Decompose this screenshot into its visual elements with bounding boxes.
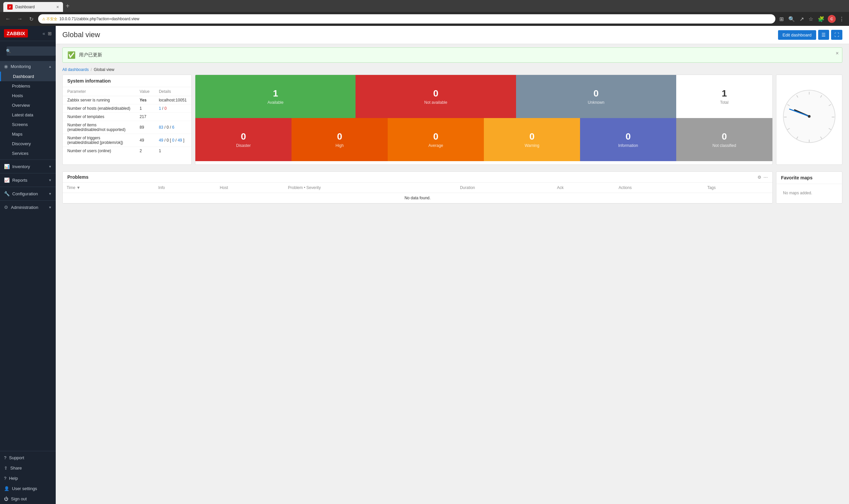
avail-available[interactable]: 1 Available <box>195 75 356 118</box>
avail-not-available[interactable]: 0 Not available <box>356 75 516 118</box>
address-bar[interactable]: ⚠ 不安全 10.0.0.71/zabbix.php?action=dashbo… <box>38 14 775 23</box>
new-tab-button[interactable]: + <box>66 2 70 10</box>
avail-average[interactable]: 0 Average <box>388 118 484 161</box>
col-host[interactable]: Host <box>216 183 284 193</box>
col-ack[interactable]: Ack <box>553 183 615 193</box>
problems-more-icon[interactable]: ⋯ <box>763 175 768 180</box>
avail-warning[interactable]: 0 Warning <box>484 118 580 161</box>
col-time[interactable]: Time ▼ <box>63 183 154 193</box>
table-row: Zabbix server is running Yes localhost:1… <box>63 96 191 105</box>
separator: / <box>162 106 164 111</box>
translate-icon[interactable]: ⊞ <box>778 15 785 23</box>
col-tags[interactable]: Tags <box>703 183 772 193</box>
breadcrumb-parent-link[interactable]: All dashboards <box>62 67 89 72</box>
notification-close-button[interactable]: × <box>836 50 839 56</box>
col-problem-severity[interactable]: Problem • Severity <box>284 183 456 193</box>
avail-total-count: 1 <box>722 88 727 99</box>
monitoring-icon: ◉ <box>4 64 8 69</box>
sidebar-item-maps[interactable]: Maps <box>0 129 56 139</box>
avail-warning-count: 0 <box>529 131 535 142</box>
sidebar-section-configuration-header[interactable]: 🔧 Configuration ▼ <box>0 188 56 199</box>
avail-warning-label: Warning <box>525 143 539 148</box>
enabled-link[interactable]: 1 <box>159 106 161 111</box>
notification-banner: ✅ 用户已更新 × <box>62 48 842 63</box>
sidebar-section-monitoring-header[interactable]: ◉ Monitoring ▲ <box>0 61 56 72</box>
page-title: Global view <box>62 31 100 39</box>
problems-gear-icon[interactable]: ⚙ <box>757 175 761 180</box>
share-icon[interactable]: ↗ <box>798 15 805 23</box>
back-button[interactable]: ← <box>3 15 13 23</box>
sidebar-section-administration: ⚙ Administration ▼ <box>0 202 56 213</box>
browser-toolbar-icons: ⊞ 🔍 ↗ ☆ 🧩 C ⋮ <box>778 15 846 23</box>
sign-out-icon: ⏻ <box>4 497 8 501</box>
widget-problems-title: Problems <box>67 175 89 180</box>
avail-disaster[interactable]: 0 Disaster <box>195 118 291 161</box>
forward-button[interactable]: → <box>15 15 24 23</box>
triggers-enabled[interactable]: 49 <box>159 138 163 143</box>
user-avatar[interactable]: C <box>828 15 836 23</box>
table-row: Number of users (online) 2 1 <box>63 147 191 155</box>
tab-title: Dashboard <box>15 5 35 9</box>
sidebar-item-discovery[interactable]: Discovery <box>0 139 56 148</box>
avail-not-classified[interactable]: 0 Not classified <box>676 118 772 161</box>
administration-icon: ⚙ <box>4 204 8 210</box>
param-cell: Number of templates <box>63 113 135 121</box>
sidebar-share[interactable]: ⇧ Share <box>0 463 56 473</box>
table-row: Number of triggers (enabled/disabled [pr… <box>63 134 191 147</box>
sidebar-item-latest-data[interactable]: Latest data <box>0 110 56 120</box>
col-actions[interactable]: Actions <box>615 183 703 193</box>
avail-row2: 0 Disaster 0 High 0 Average 0 <box>195 118 772 161</box>
items-enabled[interactable]: 83 <box>159 125 163 130</box>
main-content: Global view Edit dashboard ☰ ⛶ ✅ 用户已更新 ×… <box>56 26 849 504</box>
sidebar-search-input[interactable] <box>7 47 56 56</box>
refresh-button[interactable]: ↻ <box>27 15 35 23</box>
tick-2 <box>828 104 831 106</box>
dashboard-grid: System information Parameter Value Detai… <box>56 75 849 172</box>
inventory-label: Inventory <box>12 164 30 169</box>
view-list-button[interactable]: ☰ <box>818 30 829 40</box>
avail-not-classified-label: Not classified <box>712 143 736 148</box>
disabled-link[interactable]: 0 <box>164 106 167 111</box>
sidebar-item-screens[interactable]: Screens <box>0 120 56 129</box>
sidebar-user-settings[interactable]: 👤 User settings <box>0 483 56 494</box>
avail-information[interactable]: 0 Information <box>580 118 676 161</box>
sidebar-section-administration-header[interactable]: ⚙ Administration ▼ <box>0 202 56 213</box>
sidebar-section-reports-header[interactable]: 📈 Reports ▼ <box>0 175 56 185</box>
triggers-problem[interactable]: 0 <box>172 138 175 143</box>
widget-availability: 1 Available 0 Not available 0 Unknown <box>195 75 773 165</box>
value-cell: 217 <box>135 113 154 121</box>
sidebar-item-problems[interactable]: Problems <box>0 81 56 91</box>
col-value: Value <box>135 87 154 96</box>
avail-unknown[interactable]: 0 Unknown <box>516 75 676 118</box>
sidebar-help[interactable]: ? Help <box>0 473 56 483</box>
active-tab[interactable]: Z Dashboard × <box>3 2 63 12</box>
edit-dashboard-button[interactable]: Edit dashboard <box>778 30 816 40</box>
items-not-supported[interactable]: 6 <box>172 125 175 130</box>
users-online[interactable]: 1 <box>159 148 161 153</box>
menu-button[interactable]: ⋮ <box>838 15 846 23</box>
avail-high[interactable]: 0 High <box>291 118 388 161</box>
availability-chart: 1 Available 0 Not available 0 Unknown <box>195 75 772 164</box>
bookmark-icon[interactable]: ☆ <box>807 15 814 23</box>
sidebar-expand-icon[interactable]: ⊞ <box>48 31 52 36</box>
sidebar-item-overview[interactable]: Overview <box>0 101 56 110</box>
tab-close-button[interactable]: × <box>56 4 59 10</box>
sidebar-support[interactable]: ? Support <box>0 453 56 463</box>
sidebar-item-dashboard[interactable]: Dashboard <box>0 72 56 81</box>
details-cell: localhost:10051 <box>154 96 191 105</box>
sidebar-item-services[interactable]: Services <box>0 148 56 158</box>
sidebar: ZABBIX « ⊞ 🔍 ◉ Monitoring ▲ Dashboard Pr… <box>0 26 56 504</box>
col-duration[interactable]: Duration <box>456 183 553 193</box>
sidebar-collapse-button[interactable]: « <box>42 31 45 36</box>
breadcrumb: All dashboards / Global view <box>56 66 849 75</box>
triggers-ok[interactable]: 49 <box>178 138 182 143</box>
extension-icon[interactable]: 🧩 <box>816 15 826 23</box>
sidebar-search-wrapper: 🔍 <box>3 44 52 58</box>
fullscreen-button[interactable]: ⛶ <box>831 30 842 40</box>
col-info[interactable]: Info <box>154 183 216 193</box>
sidebar-section-inventory-header[interactable]: 📊 Inventory ▼ <box>0 161 56 172</box>
sidebar-sign-out[interactable]: ⏻ Sign out <box>0 494 56 504</box>
sidebar-item-hosts[interactable]: Hosts <box>0 91 56 101</box>
zoom-icon[interactable]: 🔍 <box>787 15 796 23</box>
monitoring-arrow: ▲ <box>49 65 52 68</box>
